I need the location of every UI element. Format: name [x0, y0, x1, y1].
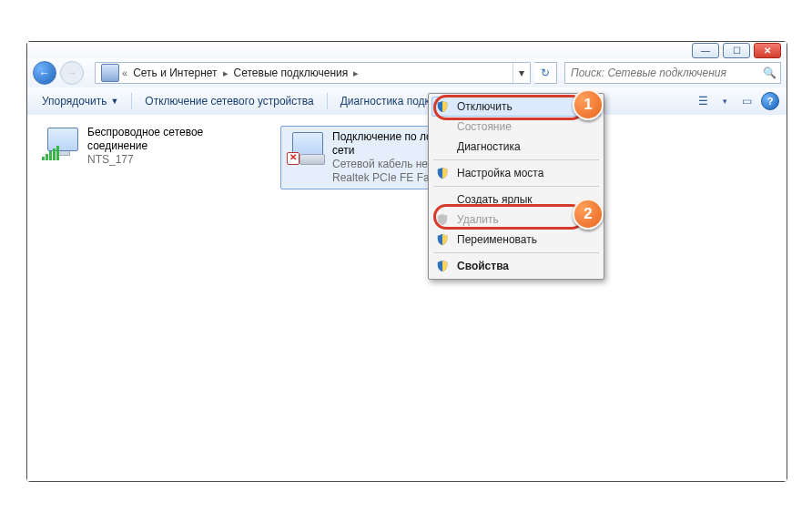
ctx-bridge-label: Настройка моста: [457, 167, 543, 179]
maximize-button[interactable]: ☐: [723, 43, 750, 58]
chevron-down-icon: ▾: [723, 97, 727, 106]
refresh-button[interactable]: ↻: [534, 62, 557, 84]
breadcrumb[interactable]: « Сеть и Интернет ▸ Сетевые подключения …: [95, 62, 531, 84]
blank-icon: [435, 192, 450, 207]
toolbar: Упорядочить ▼ Отключение сетевого устрой…: [27, 87, 787, 116]
annotation-badge-1: 1: [573, 89, 604, 120]
explorer-window: — ☐ ✕ ← → « Сеть и Интернет ▸ Сетевые по…: [26, 41, 787, 482]
nav-back-button[interactable]: ←: [33, 61, 56, 85]
ctx-properties-label: Свойства: [457, 260, 509, 272]
ctx-status-label: Состояние: [457, 120, 512, 133]
chevron-down-icon: ▼: [110, 97, 118, 106]
shield-icon: [435, 99, 450, 114]
close-button[interactable]: ✕: [754, 43, 781, 58]
preview-icon: ▭: [742, 95, 752, 107]
help-button[interactable]: ?: [761, 92, 779, 110]
ctx-separator: [433, 159, 599, 160]
shield-icon: [435, 166, 450, 180]
blank-icon: [435, 119, 450, 134]
view-dropdown[interactable]: ▾: [717, 90, 732, 112]
ctx-bridge[interactable]: Настройка моста: [431, 163, 601, 183]
shield-icon: [435, 232, 450, 247]
toolbar-organize-label: Упорядочить: [42, 95, 107, 107]
breadcrumb-prefix: «: [122, 67, 127, 78]
context-menu: Отключить Состояние Диагностика Настройк…: [428, 93, 604, 280]
breadcrumb-dropdown[interactable]: ▾: [513, 63, 530, 83]
search-icon: 🔍: [763, 67, 776, 79]
ctx-rename-label: Переименовать: [457, 233, 537, 246]
lan-connection-icon: ✕: [287, 130, 325, 165]
connection-wifi[interactable]: Беспроводное сетевое соединение NTS_177: [42, 126, 269, 167]
view-icon: ☰: [698, 95, 708, 107]
shield-icon: [435, 259, 450, 273]
ctx-diagnose-label: Диагностика: [457, 140, 521, 153]
ctx-separator: [433, 186, 599, 187]
wifi-ssid: NTS_177: [87, 153, 203, 167]
view-mode-button[interactable]: ☰: [692, 90, 714, 112]
breadcrumb-sep-2: ▸: [353, 67, 359, 79]
disconnected-x-icon: ✕: [287, 152, 299, 165]
breadcrumb-seg-2[interactable]: Сетевые подключения: [231, 67, 351, 79]
wifi-connection-icon: [42, 126, 80, 160]
window-titlebar: — ☐ ✕: [27, 42, 787, 59]
ctx-delete-label: Удалить: [457, 213, 499, 226]
toolbar-disable-device[interactable]: Отключение сетевого устройства: [137, 92, 320, 110]
ctx-properties[interactable]: Свойства: [431, 256, 601, 276]
ctx-status: Состояние: [431, 117, 601, 137]
nav-forward-button: →: [60, 61, 84, 85]
toolbar-disable-label: Отключение сетевого устройства: [145, 95, 313, 107]
shield-icon: [435, 212, 450, 227]
ctx-shortcut-label: Создать ярлык: [457, 193, 533, 206]
blank-icon: [435, 139, 450, 154]
nav-row: ← → « Сеть и Интернет ▸ Сетевые подключе…: [27, 58, 787, 88]
ctx-separator: [433, 252, 599, 253]
annotation-badge-2: 2: [573, 199, 604, 230]
ctx-rename[interactable]: Переименовать: [431, 230, 601, 250]
breadcrumb-seg-1[interactable]: Сеть и Интернет: [130, 67, 219, 79]
ctx-disable-label: Отключить: [457, 100, 513, 113]
content-area[interactable]: Беспроводное сетевое соединение NTS_177 …: [27, 115, 787, 481]
search-box[interactable]: 🔍: [564, 62, 781, 84]
wifi-title-line1: Беспроводное сетевое: [87, 126, 203, 139]
toolbar-separator: [131, 93, 132, 109]
ctx-diagnose[interactable]: Диагностика: [431, 137, 601, 157]
breadcrumb-sep-1: ▸: [223, 67, 228, 79]
search-input[interactable]: [569, 66, 759, 80]
minimize-button[interactable]: —: [692, 43, 719, 58]
toolbar-separator: [327, 93, 328, 109]
wifi-title-line2: соединение: [87, 139, 203, 153]
toolbar-organize[interactable]: Упорядочить ▼: [35, 92, 126, 110]
location-icon: [101, 64, 119, 82]
preview-pane-button[interactable]: ▭: [736, 90, 757, 112]
